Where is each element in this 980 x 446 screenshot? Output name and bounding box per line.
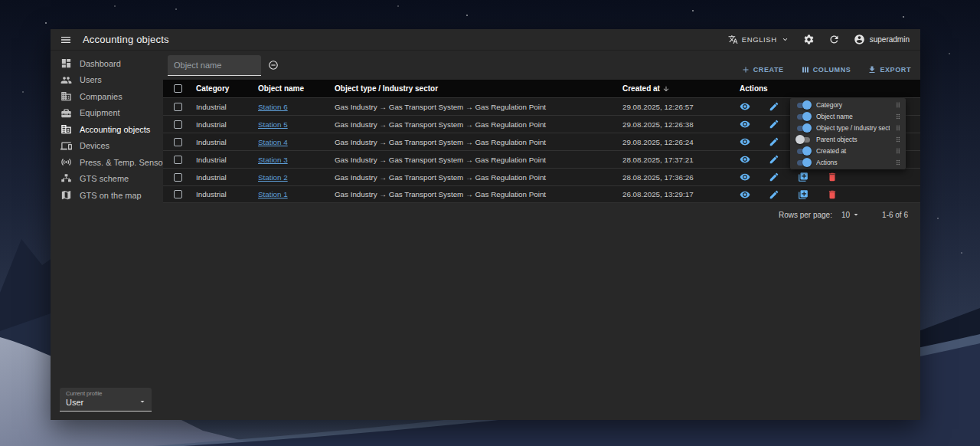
table-row[interactable]: Industrial Station 1 Gas Industry → Gas …	[163, 185, 920, 203]
columns-button[interactable]: COLUMNS	[801, 65, 851, 74]
plus-icon	[741, 65, 750, 74]
user-menu[interactable]: superadmin	[854, 34, 910, 45]
cell-created-at: 28.08.2025, 17:37:21	[619, 156, 733, 164]
app-window: Accounting objects ENGLISH	[51, 29, 920, 420]
column-toggle[interactable]	[795, 112, 812, 121]
sidebar-item-accounting-objects[interactable]: Accounting objects	[51, 121, 163, 138]
dropdown-caret-icon	[138, 397, 147, 406]
header-created-at[interactable]: Created at	[619, 84, 733, 93]
download-icon	[867, 65, 877, 74]
create-button[interactable]: CREATE	[741, 65, 784, 74]
map-icon	[60, 189, 72, 201]
object-link[interactable]: Station 1	[258, 190, 288, 198]
edit-icon[interactable]	[769, 154, 779, 165]
view-icon[interactable]	[740, 172, 750, 182]
columns-panel-row: Created at	[790, 146, 906, 157]
header-object-name: Object name	[254, 84, 331, 93]
sidebar-item-gts-map[interactable]: GTS on the map	[51, 187, 163, 204]
language-label: ENGLISH	[742, 35, 777, 44]
companies-icon	[60, 90, 72, 102]
drag-handle-icon[interactable]	[894, 101, 902, 109]
remove-filter-icon[interactable]	[268, 60, 279, 71]
edit-icon[interactable]	[769, 136, 779, 147]
cell-created-at: 29.08.2025, 12:26:57	[619, 103, 733, 111]
settings-icon[interactable]	[803, 34, 815, 45]
edit-icon[interactable]	[769, 101, 779, 112]
column-toggle[interactable]	[795, 135, 812, 144]
cell-category: Industrial	[192, 138, 254, 146]
cell-object-type: Gas Industry → Gas Transport System → Ga…	[331, 138, 619, 146]
sidebar-item-sensors[interactable]: Press. & Temp. Sensors	[51, 154, 163, 171]
object-link[interactable]: Station 4	[258, 138, 288, 146]
table-row[interactable]: Industrial Station 2 Gas Industry → Gas …	[163, 168, 920, 185]
language-selector[interactable]: ENGLISH	[728, 34, 789, 44]
column-toggle[interactable]	[795, 123, 812, 133]
rows-per-page-select[interactable]: 10	[841, 210, 861, 219]
row-checkbox[interactable]	[174, 103, 182, 111]
select-all-checkbox[interactable]	[174, 84, 182, 93]
object-link[interactable]: Station 6	[258, 103, 288, 111]
sort-desc-icon	[662, 85, 670, 93]
drag-handle-icon[interactable]	[894, 147, 902, 155]
row-checkbox[interactable]	[174, 138, 182, 146]
refresh-icon[interactable]	[828, 34, 840, 45]
edit-icon[interactable]	[769, 119, 779, 130]
app-bar: Accounting objects ENGLISH	[51, 29, 920, 51]
column-toggle[interactable]	[795, 100, 812, 110]
current-profile-select[interactable]: Current profile User	[60, 388, 152, 412]
accounting-objects-icon	[60, 123, 72, 135]
object-name-filter-input[interactable]	[168, 55, 261, 76]
cell-object-type: Gas Industry → Gas Transport System → Ga…	[331, 190, 619, 198]
duplicate-icon[interactable]	[798, 172, 808, 182]
cell-object-type: Gas Industry → Gas Transport System → Ga…	[331, 173, 619, 182]
row-checkbox[interactable]	[174, 120, 182, 129]
cell-object-type: Gas Industry → Gas Transport System → Ga…	[331, 120, 619, 129]
account-icon	[854, 34, 865, 45]
cell-actions	[733, 172, 920, 182]
chevron-down-icon	[781, 35, 789, 44]
sidebar-item-equipment[interactable]: Equipment	[51, 105, 163, 122]
table-toolbar: CREATE COLUMNS EXPORT	[741, 65, 911, 74]
view-icon[interactable]	[740, 119, 750, 130]
sidebar-item-devices[interactable]: Devices	[51, 138, 163, 155]
drag-handle-icon[interactable]	[894, 136, 902, 143]
cell-category: Industrial	[192, 120, 254, 129]
drag-handle-icon[interactable]	[894, 159, 902, 166]
edit-icon[interactable]	[769, 189, 779, 200]
column-toggle[interactable]	[795, 146, 812, 156]
edit-icon[interactable]	[769, 172, 779, 182]
columns-icon	[801, 65, 810, 74]
cell-object-type: Gas Industry → Gas Transport System → Ga…	[331, 156, 619, 164]
row-checkbox[interactable]	[174, 190, 182, 198]
page-title: Accounting objects	[83, 34, 169, 45]
equipment-icon	[60, 107, 72, 119]
cell-object-type: Gas Industry → Gas Transport System → Ga…	[331, 103, 619, 111]
columns-panel-row: Object name	[790, 111, 906, 123]
drag-handle-icon[interactable]	[894, 124, 902, 132]
sidebar-item-gts-scheme[interactable]: GTS scheme	[51, 171, 163, 188]
object-link[interactable]: Station 2	[258, 173, 288, 182]
sidebar-item-companies[interactable]: Companies	[51, 88, 163, 105]
delete-icon[interactable]	[827, 172, 838, 182]
view-icon[interactable]	[740, 154, 750, 165]
duplicate-icon[interactable]	[798, 189, 808, 200]
scheme-icon	[60, 173, 72, 185]
delete-icon[interactable]	[827, 189, 838, 200]
row-checkbox[interactable]	[174, 156, 182, 164]
table-header-row: Category Object name Object type / Indus…	[163, 80, 920, 97]
column-toggle[interactable]	[795, 158, 812, 167]
object-link[interactable]: Station 5	[258, 120, 288, 129]
sidebar-item-dashboard[interactable]: Dashboard	[51, 55, 163, 72]
sidebar-item-users[interactable]: Users	[51, 72, 163, 89]
object-link[interactable]: Station 3	[258, 156, 288, 164]
header-category: Category	[192, 84, 254, 93]
profile-value: User	[66, 398, 145, 407]
row-checkbox[interactable]	[174, 173, 182, 182]
view-icon[interactable]	[740, 101, 750, 112]
menu-icon[interactable]	[60, 34, 72, 46]
header-actions: Actions	[733, 84, 920, 93]
export-button[interactable]: EXPORT	[867, 65, 911, 74]
view-icon[interactable]	[740, 136, 750, 147]
drag-handle-icon[interactable]	[894, 113, 902, 120]
view-icon[interactable]	[740, 189, 750, 200]
